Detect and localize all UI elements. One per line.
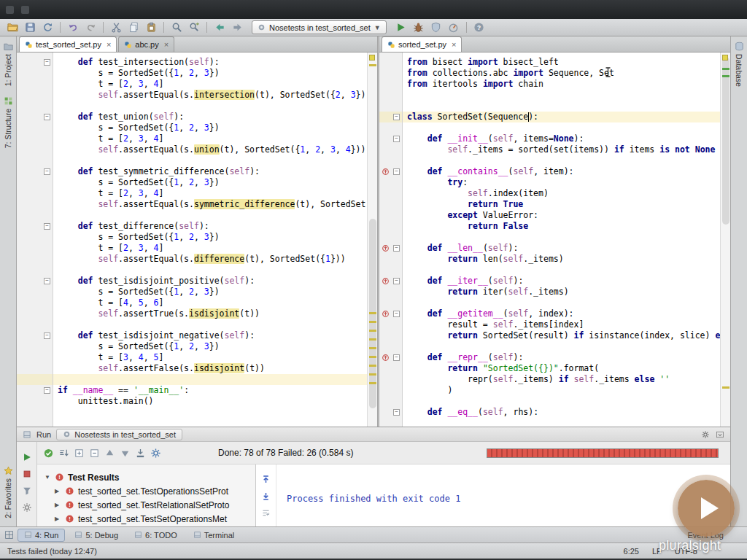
error-stripe-mark[interactable] — [369, 347, 376, 349]
tree-expander-icon[interactable]: ▶ — [55, 502, 61, 508]
toolwindow-button-terminal[interactable]: Terminal — [187, 529, 241, 542]
hide-passed-icon[interactable] — [43, 448, 54, 459]
code-line[interactable]: self.assertFalse(s.isdisjoint(t)) — [53, 363, 367, 374]
code-line[interactable]: class SortedSet(Sequence): — [403, 112, 720, 122]
code-line[interactable]: ) — [403, 385, 720, 396]
code-line[interactable]: t = [2, 3, 4] — [53, 188, 367, 199]
code-line[interactable]: def __eq__(self, rhs): — [403, 407, 720, 418]
error-stripe-mark[interactable] — [369, 321, 376, 323]
rerun-icon[interactable] — [22, 452, 32, 462]
code-line[interactable]: def test_symmetric_difference(self): — [53, 166, 367, 177]
tab-close-icon[interactable]: × — [452, 40, 456, 49]
code-line[interactable]: t = [2, 3, 4] — [53, 243, 367, 254]
fold-marker-icon[interactable]: − — [393, 409, 400, 416]
test-result-item[interactable]: ▶!test_sorted_set.TestSetOperationsMet — [37, 512, 255, 526]
override-marker-icon[interactable] — [382, 244, 390, 252]
code-line[interactable]: except ValueError: — [403, 210, 720, 221]
replace-button[interactable] — [186, 20, 202, 35]
redo-button[interactable] — [82, 20, 98, 35]
editor-tab-abc.py[interactable]: abc.py× — [118, 36, 174, 52]
code-line[interactable]: self.assertEqual(s.union(t), SortedSet({… — [53, 144, 367, 155]
code-line[interactable]: def test_union(self): — [53, 112, 367, 122]
code-line[interactable]: self.assertEqual(s.intersection(t), Sort… — [53, 90, 367, 101]
filter-icon[interactable] — [22, 486, 32, 496]
code-line[interactable] — [403, 232, 720, 243]
copy-button[interactable] — [125, 20, 142, 35]
error-stripe-mark[interactable] — [369, 338, 376, 341]
code-line[interactable] — [403, 341, 720, 352]
open-button[interactable] — [4, 20, 20, 35]
tree-expander-icon[interactable]: ▶ — [55, 516, 61, 522]
override-marker-icon[interactable] — [382, 277, 390, 285]
toolwindow-switcher-icon[interactable] — [4, 530, 14, 540]
code-line[interactable]: result = self._items[index] — [403, 319, 720, 330]
code-line[interactable]: def __repr__(self): — [403, 352, 720, 363]
fold-marker-icon[interactable]: − — [44, 59, 50, 66]
code-line[interactable]: def __getitem__(self, index): — [403, 308, 720, 319]
code-line[interactable]: return "SortedSet({})".format( — [403, 363, 720, 374]
toolwindow-button-2-favorites[interactable]: 2: Favorites — [4, 461, 13, 524]
error-stripe-mark[interactable] — [369, 382, 376, 384]
code-line[interactable]: return False — [403, 221, 720, 232]
code-line[interactable] — [53, 101, 367, 112]
fold-marker-icon[interactable]: − — [393, 245, 400, 252]
test-result-item[interactable]: ▶!test_sorted_set.TestOperationsSetProt — [37, 484, 255, 498]
toolwindow-button-7-structure[interactable]: 7: Structure — [4, 91, 13, 153]
code-area[interactable]: def test_intersection(self): s = SortedS… — [53, 52, 367, 427]
settings-icon[interactable] — [22, 502, 32, 513]
code-line[interactable]: t = [2, 3, 4] — [53, 79, 367, 90]
editor-tab-sorted_set.py[interactable]: sorted_set.py× — [382, 36, 462, 52]
save-button[interactable] — [22, 20, 38, 35]
gear-icon[interactable] — [701, 430, 710, 439]
forward-button[interactable] — [229, 20, 245, 35]
stop-icon[interactable] — [22, 469, 32, 479]
cut-button[interactable] — [108, 20, 124, 35]
code-line[interactable]: def test_difference(self): — [53, 221, 367, 232]
collapse-all-icon[interactable] — [89, 448, 100, 459]
code-line[interactable]: unittest.main() — [53, 396, 367, 407]
expand-all-icon[interactable] — [74, 448, 85, 459]
help-button[interactable]: ? — [471, 20, 487, 35]
override-marker-icon[interactable] — [382, 310, 390, 318]
error-stripe-mark[interactable] — [369, 330, 376, 332]
code-line[interactable]: s = SortedSet({1, 2, 3}) — [53, 177, 367, 188]
code-line[interactable]: self.assertEqual(s.difference(t), Sorted… — [53, 254, 367, 265]
code-line[interactable]: self.index(item) — [403, 188, 720, 199]
code-line[interactable]: def __contains__(self, item): — [403, 166, 720, 177]
hide-panel-icon[interactable] — [716, 430, 724, 439]
prev-failed-icon[interactable] — [104, 448, 115, 459]
code-line[interactable]: repr(self._items) if self._items else '' — [403, 374, 720, 385]
export-icon[interactable] — [135, 448, 146, 459]
code-area[interactable]: from bisect import bisect_leftfrom colle… — [403, 52, 720, 427]
run-configuration-select[interactable]: Nosetests in test_sorted_set ▼ — [252, 20, 387, 34]
coverage-button[interactable] — [428, 20, 444, 35]
code-line[interactable] — [403, 122, 720, 133]
code-line[interactable] — [403, 155, 720, 166]
error-stripe-mark[interactable] — [369, 356, 376, 358]
code-line[interactable] — [403, 265, 720, 276]
debug-button[interactable] — [411, 20, 427, 35]
toolwindow-button-1-project[interactable]: 1: Project — [4, 36, 13, 91]
code-line[interactable]: s = SortedSet({1, 2, 3}) — [53, 232, 367, 243]
editor-gutter[interactable]: −−−−−−− — [17, 52, 53, 427]
editor-sorted-set[interactable]: −−−−−−−− from bisect import bisect_leftf… — [379, 52, 730, 427]
code-line[interactable]: self.assertEqual(s.symmetric_difference(… — [53, 199, 367, 210]
run-config-tab[interactable]: Nosetests in test_sorted_set — [56, 429, 182, 440]
code-line[interactable]: from itertools import chain — [403, 79, 720, 90]
test-settings-icon[interactable] — [150, 448, 161, 459]
code-line[interactable]: s = SortedSet({1, 2, 3}) — [53, 122, 367, 133]
code-line[interactable]: def test_isdisjoint_negative(self): — [53, 330, 367, 341]
code-line[interactable] — [53, 374, 367, 385]
code-line[interactable]: s = SortedSet({1, 2, 3}) — [53, 68, 367, 79]
fold-marker-icon[interactable]: − — [393, 136, 400, 142]
next-failed-icon[interactable] — [120, 448, 131, 459]
error-stripe-mark[interactable] — [722, 68, 729, 70]
editor-gutter[interactable]: −−−−−−−− — [379, 52, 403, 427]
fold-marker-icon[interactable]: − — [393, 354, 400, 361]
sort-alpha-icon[interactable] — [58, 448, 69, 459]
sync-button[interactable] — [39, 20, 55, 35]
code-line[interactable]: t = [2, 3, 4] — [53, 133, 367, 144]
tree-expander-icon[interactable]: ▼ — [44, 474, 51, 481]
code-line[interactable]: from collections.abc import Sequence, Se… — [403, 68, 720, 79]
editor-scrollbar[interactable] — [720, 52, 730, 427]
